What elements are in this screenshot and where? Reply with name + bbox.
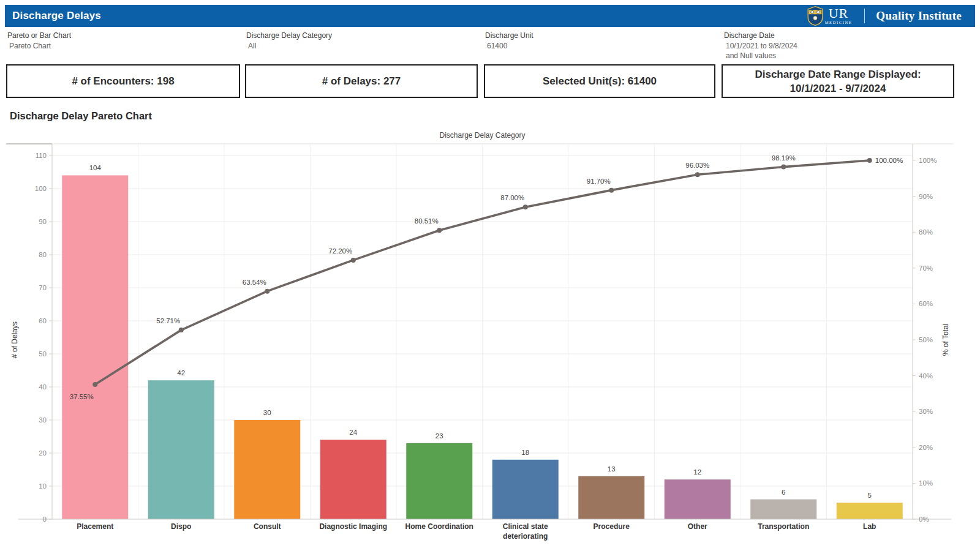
right-axis-title: % of Total [941, 324, 950, 356]
bar-value-label: 42 [177, 369, 185, 377]
right-tick-label: 10% [919, 479, 933, 487]
filter-value-extra: and Null values [724, 51, 797, 61]
left-tick-label: 30 [39, 416, 47, 424]
filter-label: Discharge Unit [485, 31, 533, 40]
filter-discharge-date[interactable]: Discharge Date 10/1/2021 to 9/8/2024 and… [724, 31, 797, 61]
x-category-label: Placement [52, 522, 138, 531]
right-tick-label: 70% [919, 264, 933, 272]
page-title: Discharge Delays [5, 10, 101, 22]
dashboard: Discharge Delays UR MEDICINE Quality Ins… [0, 0, 980, 551]
bar-value-label: 104 [89, 164, 102, 171]
filter-label: Discharge Delay Category [246, 31, 332, 40]
left-tick-label: 100 [35, 185, 47, 192]
cumulative-pct-label: 37.55% [70, 393, 94, 400]
left-tick-label: 80 [39, 251, 47, 258]
bar-value-label: 6 [782, 489, 785, 496]
chart-section-title: Discharge Delay Pareto Chart [10, 110, 152, 122]
line-point[interactable] [781, 165, 786, 170]
cumulative-pct-label: 80.51% [415, 217, 439, 225]
bar-dispo[interactable] [148, 380, 214, 519]
header-bar: Discharge Delays UR MEDICINE Quality Ins… [5, 5, 975, 27]
logo-divider [864, 9, 865, 23]
filter-discharge-unit[interactable]: Discharge Unit 61400 [485, 31, 533, 51]
ur-medicine-logo: UR MEDICINE [807, 6, 853, 26]
kpi-text-line2: 10/1/2021 - 9/7/2024 [790, 81, 886, 96]
filter-label: Pareto or Bar Chart [7, 31, 71, 40]
pareto-chart-svg: 1044230242318131265010203040506070809010… [6, 141, 954, 528]
left-tick-label: 10 [39, 482, 47, 490]
left-tick-label: 50 [39, 350, 47, 358]
bar-diagnostic-imaging[interactable] [320, 440, 386, 519]
right-tick-label: 90% [919, 193, 933, 200]
left-tick-label: 70 [39, 284, 47, 291]
bar-value-label: 24 [349, 429, 357, 436]
cumulative-pct-label: 87.00% [500, 194, 524, 201]
kpi-text: # of Delays: 277 [322, 74, 401, 88]
bar-value-label: 18 [521, 449, 529, 456]
x-category-label: Clinical state deteriorating [483, 522, 569, 541]
line-point[interactable] [695, 172, 700, 177]
chart-column-header: Discharge Delay Category [52, 131, 913, 140]
filter-value[interactable]: 10/1/2021 to 9/8/2024 [724, 41, 797, 51]
cumulative-pct-label: 100.00% [875, 157, 903, 164]
bar-transportation[interactable] [750, 500, 816, 519]
x-category-label: Dispo [138, 522, 225, 531]
bar-placement[interactable] [62, 175, 128, 519]
logo-wordmark: UR MEDICINE [825, 7, 853, 25]
line-point[interactable] [523, 204, 528, 209]
line-point[interactable] [351, 258, 356, 263]
filter-label: Discharge Date [724, 31, 797, 40]
kpi-text: Selected Unit(s): 61400 [543, 74, 657, 88]
filter-pareto-or-bar-chart[interactable]: Pareto or Bar Chart Pareto Chart [7, 31, 71, 51]
bar-other[interactable] [665, 479, 731, 519]
kpi-encounters: # of Encounters: 198 [6, 64, 240, 98]
filter-value[interactable]: All [246, 41, 332, 51]
left-tick-label: 40 [39, 383, 47, 391]
kpi-date-range: Discharge Date Range Displayed: 10/1/202… [722, 64, 954, 98]
pareto-chart: Discharge Delay Category 104423024231813… [6, 131, 954, 545]
right-tick-label: 80% [919, 228, 933, 236]
bar-consult[interactable] [234, 420, 300, 519]
bar-lab[interactable] [837, 503, 903, 519]
bar-home-coordination[interactable] [406, 443, 472, 519]
logo-medicine-text: MEDICINE [825, 21, 853, 25]
quality-institute-text: Quality Institute [876, 9, 962, 23]
line-point[interactable] [179, 328, 184, 332]
filter-discharge-delay-category[interactable]: Discharge Delay Category All [246, 31, 332, 51]
kpi-text: # of Encounters: 198 [72, 74, 174, 88]
right-tick-label: 30% [919, 408, 933, 415]
line-point[interactable] [867, 158, 872, 163]
cumulative-pct-label: 96.03% [685, 162, 709, 169]
x-axis-labels: PlacementDispoConsultDiagnostic ImagingH… [6, 522, 954, 545]
right-tick-label: 50% [919, 336, 933, 343]
filter-value[interactable]: 61400 [485, 41, 533, 51]
line-point[interactable] [437, 228, 442, 233]
filter-value[interactable]: Pareto Chart [7, 41, 71, 51]
cumulative-pct-label: 72.20% [328, 247, 352, 255]
kpi-text-line1: Discharge Date Range Displayed: [755, 67, 921, 81]
line-point[interactable] [265, 289, 270, 294]
line-point[interactable] [609, 188, 614, 193]
bar-value-label: 30 [263, 409, 271, 416]
x-category-label: Diagnostic Imaging [311, 522, 397, 531]
right-tick-label: 100% [919, 157, 937, 164]
x-category-label: Procedure [568, 522, 655, 531]
bar-procedure[interactable] [578, 476, 644, 519]
left-axis-title: # of Delays [10, 321, 19, 358]
logo-ur-text: UR [829, 7, 849, 20]
cumulative-pct-label: 52.71% [156, 317, 180, 324]
x-category-label: Transportation [741, 522, 827, 531]
kpi-delays: # of Delays: 277 [245, 64, 478, 98]
x-category-label: Home Coordination [396, 522, 483, 531]
left-tick-label: 110 [36, 152, 47, 159]
right-tick-label: 60% [919, 300, 933, 307]
left-tick-label: 90 [39, 218, 47, 225]
line-point[interactable] [92, 382, 97, 387]
left-tick-label: 60 [39, 317, 47, 324]
kpi-selected-units: Selected Unit(s): 61400 [484, 64, 715, 98]
left-tick-label: 20 [39, 449, 47, 457]
x-category-label: Consult [224, 522, 311, 531]
right-tick-label: 40% [919, 372, 933, 380]
bar-value-label: 23 [435, 432, 443, 440]
bar-clinical-state-deteriorating[interactable] [492, 460, 559, 519]
